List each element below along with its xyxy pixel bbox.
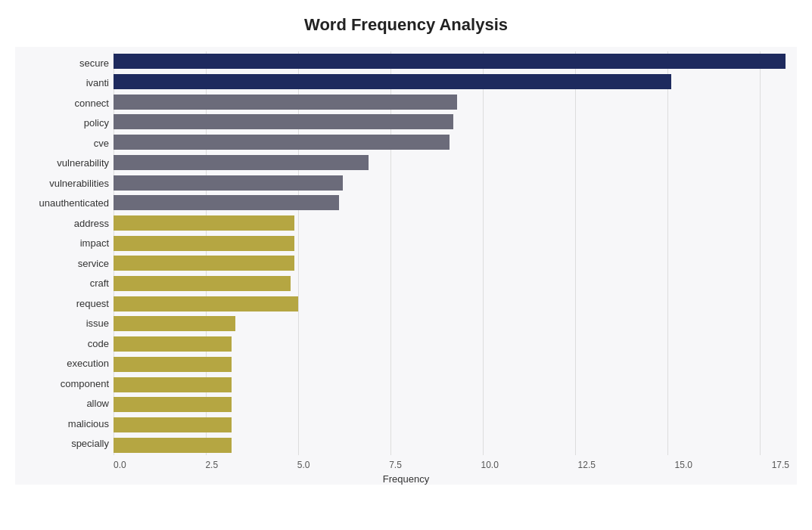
bar-row <box>114 355 797 375</box>
y-label: specially <box>15 439 109 448</box>
y-label: issue <box>15 318 109 328</box>
x-tick: 17.5 <box>772 460 789 470</box>
bar-row <box>114 91 797 112</box>
bar <box>114 215 294 231</box>
bar-row <box>114 435 797 455</box>
y-label: impact <box>15 238 109 248</box>
chart-area: secureivanticonnectpolicycvevulnerabilit… <box>15 47 797 485</box>
bar <box>114 95 457 110</box>
x-tick: 7.5 <box>389 460 402 470</box>
y-label: execution <box>15 358 109 368</box>
bar-row <box>114 253 797 274</box>
bar-row <box>114 374 797 395</box>
x-tick: 12.5 <box>578 460 596 470</box>
bar <box>114 256 294 271</box>
bar-row <box>114 213 797 234</box>
y-label: ivanti <box>15 78 109 88</box>
y-label: address <box>15 219 109 228</box>
y-label: allow <box>15 398 109 408</box>
y-label: connect <box>15 98 109 108</box>
x-tick: 2.5 <box>205 460 218 470</box>
bar <box>114 296 298 311</box>
bar <box>114 74 671 89</box>
y-label: policy <box>15 118 109 128</box>
bar-row <box>114 193 797 213</box>
bar-row <box>114 314 797 334</box>
bar <box>114 155 369 170</box>
bar-row <box>114 51 797 72</box>
bar <box>114 357 232 372</box>
y-label: malicious <box>15 419 109 429</box>
x-tick: 10.0 <box>481 460 499 470</box>
bars-and-grid <box>114 51 797 455</box>
bar <box>114 195 339 210</box>
bar <box>114 417 232 432</box>
bar <box>114 336 232 352</box>
y-label: cve <box>15 138 109 148</box>
y-label: request <box>15 299 109 308</box>
bar-row <box>114 112 797 132</box>
bar-row <box>114 153 797 173</box>
bar-row <box>114 395 797 415</box>
bar <box>114 236 294 251</box>
bar-row <box>114 233 797 253</box>
bar <box>114 114 453 129</box>
chart-container: Word Frequency Analysis secureivanticonn… <box>0 0 812 530</box>
bar <box>114 54 786 69</box>
bar-row <box>114 415 797 435</box>
bar-row <box>114 72 797 92</box>
bar <box>114 135 450 150</box>
y-labels: secureivanticonnectpolicycvevulnerabilit… <box>15 51 114 455</box>
bar <box>114 316 235 331</box>
bar <box>114 397 232 412</box>
y-label: unauthenticated <box>15 198 109 208</box>
x-tick: 0.0 <box>114 460 126 470</box>
chart-title: Word Frequency Analysis <box>15 8 797 47</box>
bar <box>114 175 343 191</box>
y-label: craft <box>15 278 109 288</box>
bar <box>114 438 232 453</box>
y-label: code <box>15 339 109 349</box>
bar-row <box>114 274 797 294</box>
x-axis-label: Frequency <box>15 470 797 485</box>
bar <box>114 276 291 291</box>
x-axis: 0.02.55.07.510.012.515.017.5 <box>15 455 797 470</box>
y-label: vulnerabilities <box>15 178 109 188</box>
bar-row <box>114 132 797 153</box>
y-label: component <box>15 379 109 389</box>
y-label: service <box>15 259 109 268</box>
bar-rows <box>114 51 797 455</box>
bars-wrapper: secureivanticonnectpolicycvevulnerabilit… <box>15 47 797 455</box>
x-tick: 15.0 <box>675 460 692 470</box>
y-label: vulnerability <box>15 158 109 168</box>
bar-row <box>114 334 797 355</box>
bar-row <box>114 172 797 193</box>
bar-row <box>114 293 797 314</box>
bar <box>114 377 232 392</box>
x-tick: 5.0 <box>297 460 310 470</box>
y-label: secure <box>15 58 109 68</box>
